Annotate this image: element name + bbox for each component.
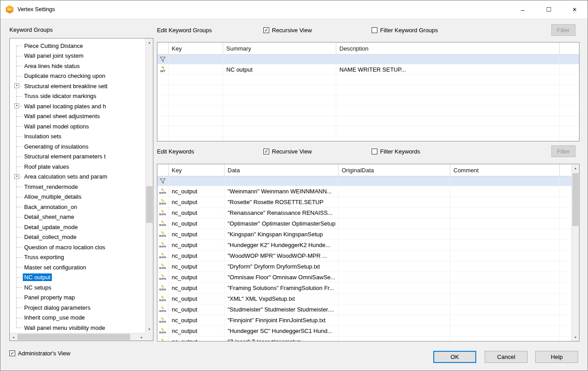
column-header-key[interactable]: Key [169, 43, 223, 55]
keyword-row[interactable]: ✎ DATA nc_output "Kingspan" Kingspan Kin… [157, 229, 579, 240]
scroll-left-icon[interactable]: ◄ [10, 333, 17, 341]
tree-item-label[interactable]: Piece Cutting Distance [23, 42, 85, 50]
tree-item-label[interactable]: Allow_multiple_details [23, 193, 83, 200]
scroll-right-icon[interactable]: ► [138, 333, 145, 341]
tree-item-label[interactable]: Insulation sets [23, 132, 63, 140]
ok-button[interactable]: OK [433, 351, 476, 363]
scrollbar-thumb[interactable] [17, 334, 130, 340]
keyword-row[interactable]: ✎ DATA nc_output "XML" XML VxpdSetup.txt [157, 294, 579, 304]
column-header-data[interactable]: Data [224, 164, 338, 176]
keyword-row[interactable]: ✎ DATA nc_output "Renaissance" Renaissan… [157, 208, 579, 218]
scroll-up-icon[interactable]: ▲ [146, 38, 153, 46]
tree-item-label[interactable]: Structural element breakline sett [23, 82, 109, 90]
tree-item[interactable]: + NC output [10, 273, 145, 283]
tree-item[interactable]: + Structural element breakline sett [10, 81, 145, 91]
keyword-row[interactable]: ✎ DATA nc_output "Weinmann" Weinmann WEI… [157, 186, 579, 197]
tree-item-label[interactable]: Panel property map [23, 294, 76, 301]
keyword-row[interactable]: ✎ DATA nc_output "WoodWOP MPR" WoodWOP-M… [157, 251, 579, 261]
column-header-originaldata[interactable]: OriginalData [338, 164, 450, 176]
tree-item[interactable]: + Roof plate values [10, 162, 145, 172]
tree-item-label[interactable]: Structural element parameters t [23, 153, 107, 160]
keyword-row[interactable]: ✎ DATA nc_output "Studmeister" Studmeist… [157, 304, 579, 315]
help-button[interactable]: Help [535, 351, 578, 363]
tree-item[interactable]: + Duplicate macro checking upon [10, 71, 145, 81]
tree-item-label[interactable]: Roof plate values [23, 163, 70, 171]
keyword-row[interactable]: ✎ DATA nc_output "Finnjoint" Finnjoint F… [157, 315, 579, 326]
keyword-row[interactable]: ✎ DATA nc_output "Z-laser" Z-laser zlase… [157, 337, 579, 341]
maximize-button[interactable]: ☐ [536, 0, 562, 18]
tree-item-label[interactable]: Wall panel joint system [23, 52, 85, 60]
tree-item-label[interactable]: Wall panel model options [23, 123, 90, 130]
tree-item-label[interactable]: Truss exporting [23, 253, 65, 261]
tree-item[interactable]: + Panel property map [10, 293, 145, 303]
column-header-description[interactable]: Description [336, 43, 560, 55]
tree-item-label[interactable]: Detail_collect_mode [23, 233, 78, 241]
tree-item[interactable]: + Truss side idicator markings [10, 91, 145, 102]
filter-keyword-groups-checkbox[interactable]: Filter Keyword Groups [372, 26, 438, 34]
tree-item-label[interactable]: NC setups [23, 284, 53, 291]
expand-icon[interactable]: + [14, 83, 19, 88]
keyword-group-row[interactable]: ↰ SET [157, 136, 579, 141]
tree-item-label[interactable]: Generating of insulations [23, 143, 90, 150]
column-header-comment[interactable]: Comment [450, 164, 560, 176]
tree-item[interactable]: + Project dialog parameters [10, 303, 145, 313]
tree-item-label[interactable]: Inherit comp_use mode [23, 314, 86, 321]
keyword-group-row[interactable]: ↰ SET [157, 126, 579, 136]
expand-icon[interactable]: + [14, 103, 19, 108]
tree-item[interactable]: + Detail_update_mode [10, 222, 145, 232]
recursive-view-keywords-checkbox[interactable]: ✓ Recursive View [263, 148, 312, 155]
close-button[interactable]: ✕ [562, 0, 588, 18]
tree-item[interactable]: + Insulation sets [10, 132, 145, 142]
tree-item-label[interactable]: Truss side idicator markings [23, 92, 97, 100]
recursive-view-groups-checkbox[interactable]: ✓ Recursive View [263, 26, 312, 34]
tree-item-label[interactable]: Area lines hide status [23, 62, 81, 70]
scrollbar-thumb[interactable] [146, 186, 152, 223]
keyword-group-row[interactable]: ↰ SET [157, 55, 579, 64]
tree-item[interactable]: + Back_annotation_on [10, 202, 145, 212]
cancel-button[interactable]: Cancel [485, 351, 528, 363]
tree-item-label[interactable]: Question of macro location clos [23, 243, 106, 251]
tree-item[interactable]: + Trimset_rendermode [10, 182, 145, 192]
column-header-summary[interactable]: Summary [223, 43, 336, 55]
tree-item[interactable]: + Detail_sheet_name [10, 212, 145, 222]
keyword-group-row[interactable]: ↰ SET [157, 95, 579, 106]
tree-item[interactable]: + Area calculation sets and param [10, 172, 145, 182]
administrators-view-checkbox[interactable]: ✓ Administrator's View [9, 350, 70, 357]
tree-item[interactable]: + Piece Cutting Distance [10, 41, 145, 51]
tree-item-label[interactable]: Detail_update_mode [23, 223, 79, 231]
tree-item-label[interactable]: NC output [23, 273, 52, 281]
filter-keywords-checkbox[interactable]: Filter Keywords [372, 148, 420, 155]
tree-item-label[interactable]: Area calculation sets and param [23, 173, 109, 180]
minimize-button[interactable]: – [510, 0, 536, 18]
keyword-row[interactable]: ✎ DATA [157, 176, 579, 186]
tree-item[interactable]: + Wall panel locating plates and h [10, 101, 145, 111]
tree-item[interactable]: + Inherit comp_use mode [10, 313, 145, 323]
keyword-row[interactable]: ✎ DATA nc_output "Rosette" Rosette ROSET… [157, 197, 579, 208]
filter-keywords-button[interactable]: Filter [551, 145, 575, 157]
tree-item-label[interactable]: Wall panel locating plates and h [23, 102, 107, 110]
keyword-group-row[interactable]: ↰ SET [157, 106, 579, 116]
tree-horizontal-scrollbar[interactable]: ◄ ► [10, 333, 145, 341]
tree-item-label[interactable]: Trimset_rendermode [23, 183, 79, 191]
tree-item-label[interactable]: Project dialog parameters [23, 304, 92, 311]
column-header-key[interactable]: Key [169, 164, 224, 176]
tree-vertical-scrollbar[interactable]: ▲ ▼ [145, 38, 153, 333]
keyword-group-row[interactable]: ↰ SET [157, 85, 579, 95]
tree-item[interactable]: + Master set configuration [10, 262, 145, 273]
keyword-row[interactable]: ✎ DATA nc_output "Hundegger SC" Hundegge… [157, 326, 579, 337]
keyword-row[interactable]: ✎ DATA nc_output "Dryform" Dryform Dryfo… [157, 261, 579, 272]
tree-item[interactable]: + Allow_multiple_details [10, 192, 145, 202]
tree-item-label[interactable]: Duplicate macro checking upon [23, 72, 106, 80]
tree-item[interactable]: + Wall panel sheet adjustments [10, 111, 145, 122]
tree-item-label[interactable]: Wall panel menu visibility mode [23, 324, 106, 332]
scrollbar-thumb[interactable] [572, 173, 579, 226]
tree-item[interactable]: + Truss exporting [10, 252, 145, 263]
keyword-row[interactable]: ✎ DATA nc_output "Framing Solutions" Fra… [157, 283, 579, 294]
scroll-up-icon[interactable]: ▲ [572, 164, 579, 172]
tree-item-label[interactable]: Detail_sheet_name [23, 213, 76, 221]
tree-item[interactable]: + NC setups [10, 282, 145, 293]
filter-groups-button[interactable]: Filter [551, 24, 575, 36]
keywords-vertical-scrollbar[interactable]: ▲ ▼ [571, 164, 579, 341]
keyword-group-row[interactable]: ↰ SET [157, 75, 579, 85]
scroll-down-icon[interactable]: ▼ [572, 333, 579, 341]
